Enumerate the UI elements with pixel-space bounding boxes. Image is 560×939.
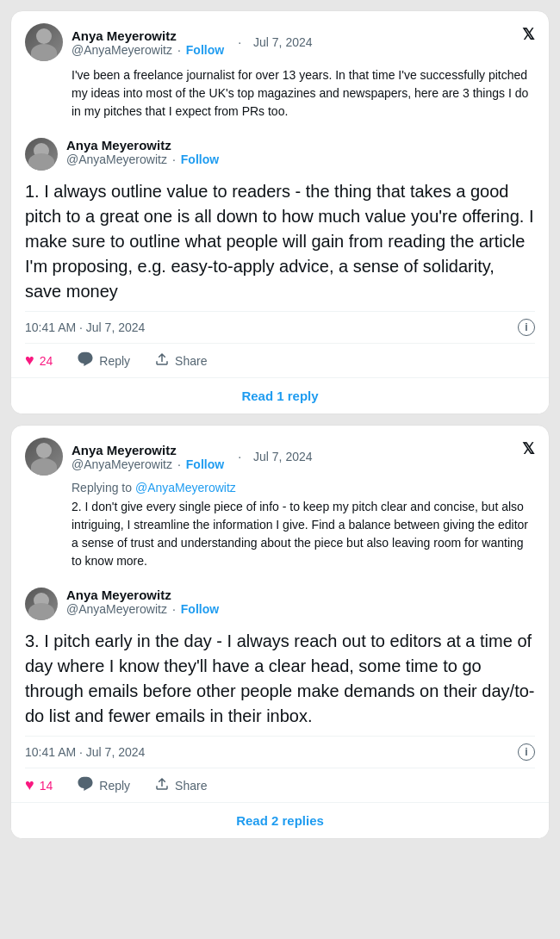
info-icon-1[interactable]: i (518, 319, 535, 336)
replying-to-label-2: Replying to @AnyaMeyerowitz (72, 481, 535, 494)
share-icon-1 (154, 351, 170, 370)
x-logo-icon-1[interactable]: 𝕏 (522, 25, 535, 44)
date-dot-1: · (238, 35, 241, 49)
like-count-2: 14 (40, 779, 53, 793)
tweet-header-left-1: Anya Meyerowitz @AnyaMeyerowitz · Follow… (25, 23, 313, 61)
quoted-text-2: 2. I don't give every single piece of in… (72, 498, 535, 570)
share-button-2[interactable]: Share (154, 776, 207, 794)
inner-tweet-1: Anya Meyerowitz @AnyaMeyerowitz · Follow (25, 129, 535, 171)
timestamp-1: 10:41 AM · Jul 7, 2024 (25, 320, 145, 334)
inner-tweet-2: Anya Meyerowitz @AnyaMeyerowitz · Follow (25, 579, 535, 620)
username-1: Anya Meyerowitz (72, 28, 224, 43)
inner-avatar-2 (25, 588, 58, 620)
tweet-card-1: Anya Meyerowitz @AnyaMeyerowitz · Follow… (10, 10, 550, 414)
inner-follow-1[interactable]: Follow (181, 152, 219, 166)
action-row-2: ♥ 14 Reply Share (25, 768, 535, 802)
inner-user-info-2: Anya Meyerowitz @AnyaMeyerowitz · Follow (66, 588, 219, 620)
tweet-date-1: Jul 7, 2024 (253, 35, 313, 49)
replying-handle-2: @AnyaMeyerowitz (135, 481, 236, 494)
avatar-1 (25, 23, 63, 61)
inner-handle-row-1: @AnyaMeyerowitz · Follow (66, 152, 219, 166)
follow-link-2[interactable]: Follow (186, 457, 224, 471)
main-tweet-text-2: 3. I pitch early in the day - I always r… (25, 629, 535, 729)
reply-button-2[interactable]: Reply (77, 775, 130, 795)
timestamp-row-1: 10:41 AM · Jul 7, 2024 i (25, 311, 535, 343)
timestamp-row-2: 10:41 AM · Jul 7, 2024 i (25, 736, 535, 768)
reply-button-1[interactable]: Reply (77, 351, 130, 370)
like-button-1[interactable]: ♥ 24 (25, 351, 53, 370)
user-info-1: Anya Meyerowitz @AnyaMeyerowitz · Follow (72, 28, 224, 57)
tweet-header-left-2: Anya Meyerowitz @AnyaMeyerowitz · Follow… (25, 438, 313, 476)
timestamp-2: 10:41 AM · Jul 7, 2024 (25, 745, 145, 759)
info-icon-2[interactable]: i (518, 743, 535, 761)
handle-2: @AnyaMeyerowitz (72, 457, 172, 471)
inner-handle-row-2: @AnyaMeyerowitz · Follow (66, 602, 219, 616)
handle-row-2: @AnyaMeyerowitz · Follow (72, 457, 224, 471)
reply-bubble-icon-2 (77, 775, 94, 795)
inner-follow-2[interactable]: Follow (181, 602, 219, 616)
reply-label-1: Reply (99, 354, 130, 368)
follow-link-1[interactable]: Follow (186, 43, 224, 57)
action-row-1: ♥ 24 Reply Share (25, 343, 535, 377)
heart-icon-2: ♥ (25, 776, 34, 794)
main-tweet-text-1: 1. I always outline value to readers - t… (25, 179, 535, 304)
inner-avatar-1 (25, 138, 58, 171)
inner-handle-2: @AnyaMeyerowitz (66, 602, 167, 616)
dot-2: · (177, 457, 181, 471)
handle-row-1: @AnyaMeyerowitz · Follow (72, 43, 224, 57)
heart-icon-1: ♥ (25, 351, 34, 370)
share-icon-2 (154, 776, 170, 794)
inner-username-1: Anya Meyerowitz (66, 138, 219, 152)
x-logo-icon-2[interactable]: 𝕏 (522, 439, 535, 458)
inner-dot-1: · (172, 152, 176, 166)
read-replies-button-1[interactable]: Read 1 reply (11, 377, 549, 414)
reply-bubble-icon-1 (77, 351, 94, 370)
reply-label-2: Reply (99, 779, 130, 793)
like-count-1: 24 (40, 354, 53, 368)
inner-handle-1: @AnyaMeyerowitz (66, 152, 167, 166)
date-dot-2: · (238, 450, 241, 463)
user-info-2: Anya Meyerowitz @AnyaMeyerowitz · Follow (72, 443, 224, 471)
tweet-header-1: Anya Meyerowitz @AnyaMeyerowitz · Follow… (25, 23, 535, 61)
username-2: Anya Meyerowitz (72, 443, 224, 457)
tweet-header-2: Anya Meyerowitz @AnyaMeyerowitz · Follow… (25, 438, 535, 476)
share-label-2: Share (175, 779, 207, 793)
inner-user-info-1: Anya Meyerowitz @AnyaMeyerowitz · Follow (66, 138, 219, 171)
quoted-text-1: I've been a freelance journalist for ove… (72, 66, 535, 121)
tweet-card-2: Anya Meyerowitz @AnyaMeyerowitz · Follow… (10, 425, 550, 839)
share-button-1[interactable]: Share (154, 351, 207, 370)
read-replies-button-2[interactable]: Read 2 replies (11, 802, 549, 838)
dot-1: · (177, 43, 181, 57)
share-label-1: Share (175, 354, 207, 368)
avatar-2 (25, 438, 63, 476)
handle-1: @AnyaMeyerowitz (72, 43, 172, 57)
inner-username-2: Anya Meyerowitz (66, 588, 219, 602)
like-button-2[interactable]: ♥ 14 (25, 776, 53, 794)
inner-dot-2: · (172, 602, 176, 616)
tweet-date-2: Jul 7, 2024 (253, 450, 313, 463)
